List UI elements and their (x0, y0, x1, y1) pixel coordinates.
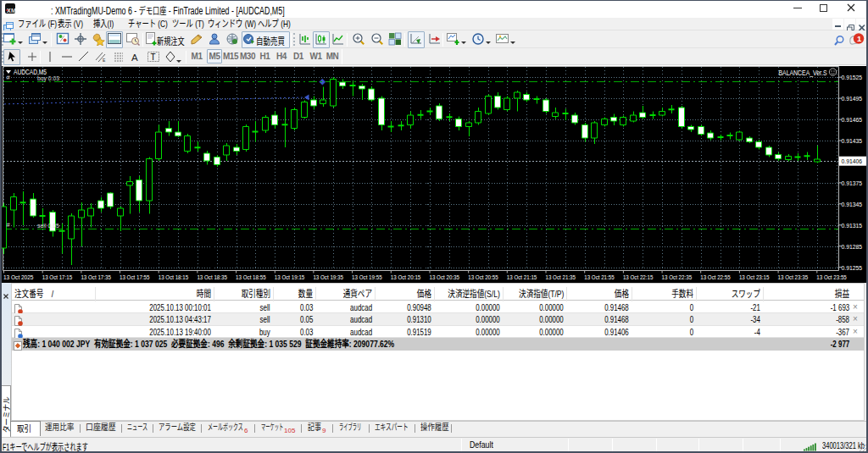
svg-text:A: A (131, 52, 138, 63)
svg-text:13 Oct 21:15: 13 Oct 21:15 (507, 273, 537, 281)
svg-text:E: E (103, 58, 106, 63)
svg-text:0.91495: 0.91495 (842, 95, 863, 102)
svg-text:0.91315: 0.91315 (842, 222, 863, 229)
svg-text:buy 0.03: buy 0.03 (37, 75, 59, 82)
svg-text:13 Oct 17:35: 13 Oct 17:35 (81, 273, 111, 281)
svg-text:0.91406: 0.91406 (842, 157, 863, 165)
svg-text:0.91285: 0.91285 (842, 243, 863, 251)
svg-text:13 Oct 22:15: 13 Oct 22:15 (623, 273, 654, 281)
svg-text:13 Oct 18:15: 13 Oct 18:15 (159, 273, 189, 281)
svg-text:0.91525: 0.91525 (842, 74, 863, 81)
svg-text:0.91255: 0.91255 (842, 264, 863, 272)
svg-text:0.91435: 0.91435 (842, 137, 863, 145)
svg-text:13 Oct 22:35: 13 Oct 22:35 (662, 273, 693, 281)
svg-text:13 Oct 21:35: 13 Oct 21:35 (546, 273, 576, 281)
svg-text:sell 0.05: sell 0.05 (37, 222, 59, 229)
svg-text:13 Oct 23:55: 13 Oct 23:55 (816, 273, 847, 281)
svg-text:13 Oct 2025: 13 Oct 2025 (3, 273, 34, 281)
svg-text:13 Oct 19:35: 13 Oct 19:35 (313, 273, 343, 281)
svg-text:13 Oct 17:15: 13 Oct 17:15 (42, 273, 73, 281)
svg-text:13 Oct 20:35: 13 Oct 20:35 (430, 273, 460, 281)
svg-text:13 Oct 19:55: 13 Oct 19:55 (352, 273, 382, 281)
svg-text:0.91345: 0.91345 (842, 201, 863, 208)
svg-text:0.91375: 0.91375 (842, 180, 863, 187)
svg-text:0.91465: 0.91465 (842, 116, 863, 124)
svg-text:13 Oct 19:15: 13 Oct 19:15 (275, 273, 305, 281)
svg-text:T: T (151, 52, 156, 62)
svg-text:13 Oct 18:55: 13 Oct 18:55 (236, 273, 266, 281)
svg-text:BALANCEA_Ver.S: BALANCEA_Ver.S (779, 69, 827, 77)
svg-text:13 Oct 22:55: 13 Oct 22:55 (700, 273, 731, 281)
svg-text:13 Oct 20:15: 13 Oct 20:15 (391, 273, 421, 281)
svg-text:13 Oct 21:55: 13 Oct 21:55 (584, 273, 615, 281)
svg-text:1: 1 (857, 34, 862, 43)
svg-text:13 Oct 17:55: 13 Oct 17:55 (120, 273, 150, 281)
svg-text:13 Oct 23:15: 13 Oct 23:15 (739, 273, 770, 281)
svg-text:13 Oct 23:35: 13 Oct 23:35 (778, 273, 809, 281)
svg-text:M: M (11, 8, 15, 14)
svg-text:13 Oct 18:35: 13 Oct 18:35 (197, 273, 227, 281)
svg-text:13 Oct 20:55: 13 Oct 20:55 (468, 273, 498, 281)
